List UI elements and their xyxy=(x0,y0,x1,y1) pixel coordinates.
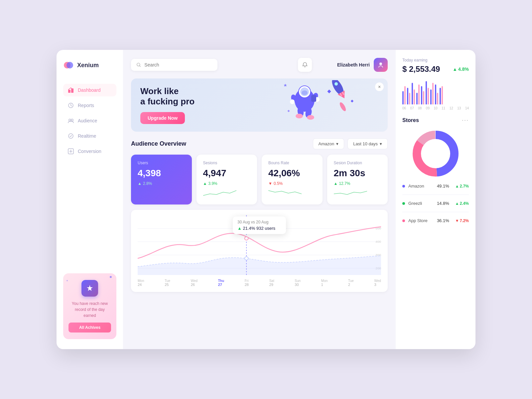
stat-duration-change: ▲ 12.7% xyxy=(334,181,381,186)
bar-blue xyxy=(416,93,418,104)
stats-row: Users 4,398 ▲ 2.8% Sesions 4,947 ▲ 3.9% xyxy=(131,155,388,204)
xaxis-sat-29: Sat29 xyxy=(269,279,274,287)
line-chart-area: 30 Aug vs 20 Aug ▲ 21.4% 932 users xyxy=(131,210,388,292)
appstore-pct: 36.1% xyxy=(437,218,449,223)
svg-point-28 xyxy=(307,115,314,120)
svg-rect-31 xyxy=(327,89,331,93)
xaxis-sun-30: Sun30 xyxy=(295,279,301,287)
user-avatar xyxy=(374,58,388,72)
sidebar-item-dashboard[interactable]: Dashboard xyxy=(63,84,116,96)
main-content: Elizabeth Herri Work like a fucking pro … xyxy=(123,50,396,349)
xaxis-mon-1: Mon1 xyxy=(321,279,328,287)
svg-rect-33 xyxy=(287,110,290,112)
svg-point-43 xyxy=(245,237,248,240)
svg-point-20 xyxy=(302,90,308,95)
stat-users-value: 4,398 xyxy=(138,168,185,179)
xaxis-wed-3: Wed3 xyxy=(374,279,381,287)
bar-group-4 xyxy=(421,86,424,104)
stat-users-change: ▲ 2.8% xyxy=(138,181,185,186)
down-arrow: ▼ xyxy=(455,218,459,223)
svg-rect-29 xyxy=(311,95,316,102)
up-arrow: ▲ xyxy=(455,201,459,206)
sidebar-card: You have reach new record of the day ear… xyxy=(63,273,116,339)
svg-point-48 xyxy=(421,139,450,168)
svg-point-44 xyxy=(245,257,248,260)
upgrade-button[interactable]: Upgrade Now xyxy=(140,112,185,124)
xaxis-tue-2: Tue2 xyxy=(348,279,354,287)
bar-pink xyxy=(423,91,424,104)
earning-bar-chart xyxy=(402,78,469,104)
tooltip-value: ▲ 21.4% 932 users xyxy=(237,226,281,231)
sidebar-item-realtime[interactable]: Realtime xyxy=(63,130,116,142)
store-filter-button[interactable]: Amazon ▾ xyxy=(313,138,344,149)
chart-dates: 06 07 08 09 10 11 12 13 14 xyxy=(402,106,469,110)
donut-chart-area xyxy=(402,124,469,184)
sidebar-card-icon xyxy=(81,280,98,297)
sidebar-item-audience[interactable]: Audience xyxy=(63,114,116,127)
bar-group-8 xyxy=(440,86,443,104)
sidebar-label-reports: Reports xyxy=(78,103,94,108)
home-icon xyxy=(68,87,74,93)
bar-pink xyxy=(414,89,415,104)
up-triangle-icon: ▲ xyxy=(453,66,457,72)
audience-icon xyxy=(68,118,74,124)
greezli-dot xyxy=(402,202,405,205)
bar-group-1 xyxy=(407,88,410,104)
earning-section: Today earning $ 2,553.49 ▲ 4.8% xyxy=(402,58,469,110)
search-input[interactable] xyxy=(144,62,212,67)
bar-pink xyxy=(442,86,443,104)
sidebar-card-text: You have reach new record of the day ear… xyxy=(68,301,111,319)
stat-duration: Sesion Duration 2m 30s ▲ 12.7% xyxy=(327,155,388,204)
period-filter-button[interactable]: Last 10 days ▾ xyxy=(347,138,388,149)
sidebar-item-conversion[interactable]: Conversion xyxy=(63,145,116,158)
bar-group-7 xyxy=(435,84,438,104)
down-arrow-icon: ▼ xyxy=(268,181,272,186)
tooltip-users: 932 users xyxy=(256,226,275,231)
bar-group-6 xyxy=(430,83,434,104)
store-item-amazon: Amazon 49.1% ▲ 2.7% xyxy=(402,184,469,189)
sidebar-item-reports[interactable]: Reports xyxy=(63,99,116,112)
all-archives-button[interactable]: All Achives xyxy=(68,323,111,332)
earning-label: Today earning xyxy=(402,58,469,63)
audience-overview-title: Audience Overview xyxy=(131,140,186,147)
earning-change: ▲ 4.8% xyxy=(453,66,469,72)
amazon-pct: 49.1% xyxy=(437,184,449,189)
tooltip-date: 30 Aug vs 20 Aug xyxy=(237,220,281,224)
app-name: Xenium xyxy=(77,62,99,69)
xaxis-fri-28: Fri28 xyxy=(245,279,249,287)
chart-xaxis: Mon24 Tue25 Wed26 Thu27 Fri28 Sat29 Sun3… xyxy=(138,276,381,287)
bar-group-0 xyxy=(402,86,406,104)
banner-close-button[interactable]: × xyxy=(375,82,384,91)
store-item-appstore: App Store 36.1% ▼ 7.2% xyxy=(402,218,469,223)
svg-rect-32 xyxy=(351,100,353,102)
decor-dot-2 xyxy=(66,280,68,281)
user-area: Elizabeth Herri xyxy=(337,58,388,72)
tooltip-change: 21.4% xyxy=(243,226,255,231)
stores-title: Stores xyxy=(402,117,419,123)
stat-duration-value: 2m 30s xyxy=(334,168,381,179)
notification-button[interactable] xyxy=(298,58,312,72)
svg-point-6 xyxy=(71,119,73,121)
amazon-dot xyxy=(402,185,405,188)
bar-pink xyxy=(418,84,420,104)
bar-blue xyxy=(426,81,427,104)
logo-area: Xenium xyxy=(63,60,116,70)
bar-blue xyxy=(435,84,436,104)
bar-blue xyxy=(430,89,432,104)
search-icon xyxy=(136,62,141,67)
logo-icon xyxy=(63,60,74,70)
sidebar-label-dashboard: Dashboard xyxy=(78,87,101,93)
divider xyxy=(402,195,469,195)
chart-tooltip: 30 Aug vs 20 Aug ▲ 21.4% 932 users xyxy=(233,216,286,234)
xaxis-tue-25: Tue25 xyxy=(165,279,170,287)
reports-icon xyxy=(68,102,74,108)
nav-items: Dashboard Reports Audience xyxy=(63,84,116,273)
divider xyxy=(402,212,469,212)
stat-users: Users 4,398 ▲ 2.8% xyxy=(131,155,192,204)
search-box[interactable] xyxy=(131,59,217,71)
stores-header: Stores ··· xyxy=(402,117,469,124)
up-arrow-icon: ▲ xyxy=(334,181,338,186)
stores-more-button[interactable]: ··· xyxy=(462,117,469,124)
stat-bounce-value: 42,06% xyxy=(268,168,316,179)
bell-icon xyxy=(302,62,308,68)
